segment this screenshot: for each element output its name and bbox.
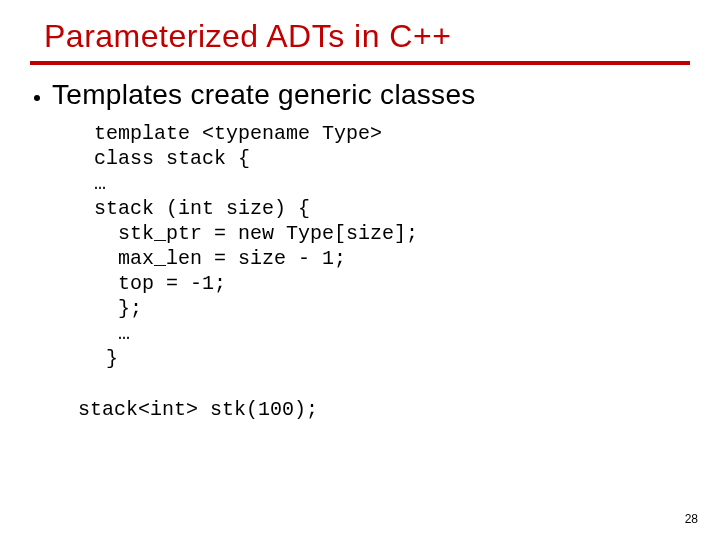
slide-title: Parameterized ADTs in C++: [44, 18, 690, 55]
code-block-template: template <typename Type> class stack { ……: [94, 121, 690, 371]
slide: Parameterized ADTs in C++ Templates crea…: [0, 0, 720, 540]
code-block-usage: stack<int> stk(100);: [78, 397, 690, 422]
page-number: 28: [685, 512, 698, 526]
bullet-dot-icon: [34, 95, 40, 101]
bullet-item: Templates create generic classes: [34, 79, 690, 111]
bullet-text: Templates create generic classes: [52, 79, 476, 111]
title-underline: [30, 61, 690, 65]
